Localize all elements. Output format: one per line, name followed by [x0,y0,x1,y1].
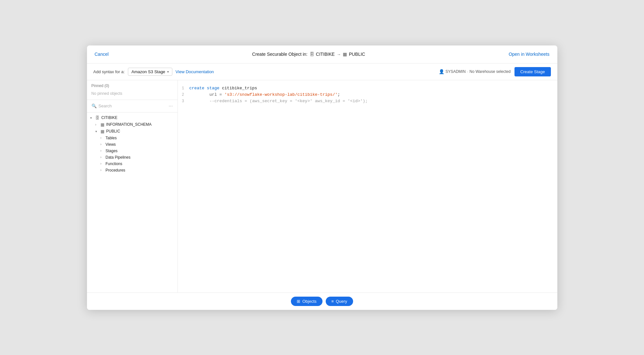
tree-item[interactable]: ›▦INFORMATION_SCHEMA [87,121,178,128]
warehouse-label: No Warehouse selected [469,69,511,74]
view-documentation-link[interactable]: View Documentation [176,69,214,74]
line-number: 1 [178,86,189,91]
toolbar-right: 👤 SYSADMIN · No Warehouse selected Creat… [439,67,551,76]
open-worksheets-button[interactable]: Open in Worksheets [509,52,550,57]
more-options-icon[interactable]: ··· [168,103,173,109]
toolbar: Add syntax for a: Amazon S3 Stage ▾ View… [87,64,557,80]
tree-item[interactable]: ›Tables [87,135,178,141]
arrow-icon: → [337,52,341,57]
item-label: Procedures [106,168,125,173]
item-label: Tables [106,136,117,140]
code-line: 3 --credentials = (aws_secret_key = '<ke… [178,98,557,105]
search-placeholder: Search [99,104,112,108]
item-label: Functions [106,162,122,166]
code-content: url = 's3://snowflake-workshop-lab/citib… [189,92,557,97]
schema-icon: ▦ [343,52,347,57]
code-content: create stage citibike_trips [189,86,557,91]
sidebar: Pinned (0) No pinned objects 🔍 Search ··… [87,80,178,292]
modal-title: Create Securable Object in: 🗄 CITIBIKE →… [252,52,365,57]
line-number: 3 [178,99,189,104]
user-label: SYSADMIN [446,69,466,74]
query-label: Query [336,299,347,304]
code-token: --credentials = (aws_secret_key = '<key>… [189,99,368,104]
tree-item[interactable]: ›Procedures [87,167,178,173]
expand-icon: › [101,143,106,146]
item-icon: 🗄 [95,115,100,120]
syntax-dropdown-value: Amazon S3 Stage [131,69,165,74]
user-icon: 👤 [439,69,444,74]
pinned-section: Pinned (0) No pinned objects [87,80,178,100]
create-stage-button[interactable]: Create Stage [514,67,551,76]
query-icon: ≡ [332,299,334,304]
search-icon: 🔍 [91,104,97,108]
code-token: url = [189,92,225,97]
chevron-down-icon: ▾ [167,70,169,74]
code-token: citibike_trips [219,86,257,91]
item-label: PUBLIC [106,129,120,133]
pinned-title: Pinned (0) [91,84,173,88]
bottom-bar: ⊞ Objects ≡ Query [87,292,557,310]
expand-icon: › [101,168,106,172]
item-label: Views [106,142,116,147]
schema-name: PUBLIC [349,52,365,57]
expand-icon: ▾ [90,116,95,120]
objects-button[interactable]: ⊞ Objects [291,297,322,306]
expand-icon: › [101,155,106,159]
item-label: CITIBIKE [101,115,118,120]
tree-item[interactable]: ›Data Pipelines [87,154,178,161]
item-label: Stages [106,149,118,153]
item-icon: ▦ [101,122,104,127]
db-icon: 🗄 [310,52,314,57]
cancel-button[interactable]: Cancel [95,52,109,57]
expand-icon: › [101,149,106,153]
item-icon: ▦ [101,129,104,134]
line-number: 2 [178,93,189,97]
code-line: 2 url = 's3://snowflake-workshop-lab/cit… [178,92,557,98]
modal-header: Cancel Create Securable Object in: 🗄 CIT… [87,45,557,64]
title-text: Create Securable Object in: [252,52,308,57]
code-token: create stage [189,86,220,91]
modal-body: Pinned (0) No pinned objects 🔍 Search ··… [87,80,557,292]
code-editor[interactable]: 1create stage citibike_trips2 url = 's3:… [178,80,557,292]
separator: · [467,69,468,74]
code-content: --credentials = (aws_secret_key = '<key>… [189,99,557,104]
tree-item[interactable]: ▾🗄CITIBIKE [87,114,178,121]
db-name: CITIBIKE [316,52,335,57]
expand-icon: › [101,162,106,165]
code-token: 's3://snowflake-workshop-lab/citibike-tr… [225,92,338,97]
user-info: 👤 SYSADMIN · No Warehouse selected [439,69,511,74]
objects-icon: ⊞ [297,299,300,304]
syntax-dropdown[interactable]: Amazon S3 Stage ▾ [128,68,172,76]
item-label: Data Pipelines [106,155,130,160]
code-line: 1create stage citibike_trips [178,85,557,92]
expand-icon: › [101,136,106,140]
expand-icon: ▾ [95,130,101,133]
tree-item[interactable]: ›Functions [87,161,178,167]
modal-container: Cancel Create Securable Object in: 🗄 CIT… [87,45,557,310]
editor-area: 1create stage citibike_trips2 url = 's3:… [178,80,557,292]
tree-item[interactable]: ›Stages [87,148,178,154]
search-bar[interactable]: 🔍 Search ··· [87,100,178,113]
objects-label: Objects [302,299,316,304]
tree-item[interactable]: ›Views [87,141,178,148]
expand-icon: › [95,123,101,126]
tree-item[interactable]: ▾▦PUBLIC [87,128,178,135]
tree-section: ▾🗄CITIBIKE›▦INFORMATION_SCHEMA▾▦PUBLIC›T… [87,113,178,292]
query-button[interactable]: ≡ Query [326,297,353,306]
toolbar-left: Add syntax for a: Amazon S3 Stage ▾ View… [93,68,214,76]
add-syntax-label: Add syntax for a: [93,69,125,74]
item-label: INFORMATION_SCHEMA [106,122,152,127]
code-token: ; [338,92,340,97]
no-pinned-label: No pinned objects [91,90,173,98]
